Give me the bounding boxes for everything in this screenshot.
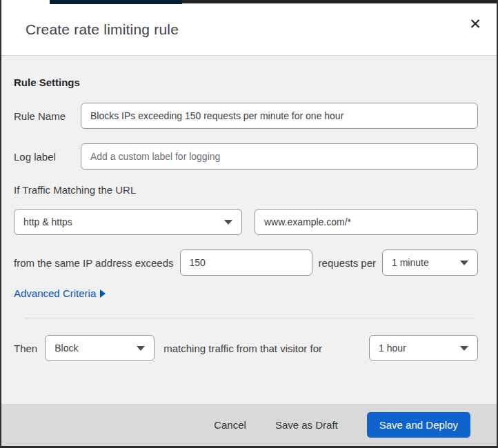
log-label-input[interactable] xyxy=(81,143,478,170)
chevron-right-icon xyxy=(100,289,106,298)
duration-select[interactable]: 1 hour xyxy=(369,335,478,361)
dialog-footer: Cancel Save as Draft Save and Deploy xyxy=(1,404,497,446)
matching-traffic-text: matching traffic from that visitor for xyxy=(163,343,322,354)
cancel-button[interactable]: Cancel xyxy=(214,419,246,431)
action-select-value: Block xyxy=(54,343,78,354)
rate-limit-dialog: Create rate limiting rule ✕ Rule Setting… xyxy=(0,0,498,448)
threshold-row: from the same IP address exceeds request… xyxy=(14,250,478,276)
rule-name-row: Rule Name xyxy=(14,103,478,129)
chevron-down-icon xyxy=(460,261,468,265)
request-threshold-input[interactable] xyxy=(180,250,312,276)
chevron-down-icon xyxy=(224,220,232,225)
requests-per-text: requests per xyxy=(319,257,376,269)
save-and-deploy-button[interactable]: Save and Deploy xyxy=(367,412,470,438)
action-select[interactable]: Block xyxy=(45,335,155,361)
advanced-criteria-link[interactable]: Advanced Criteria xyxy=(14,287,106,299)
dialog-title: Create rate limiting rule xyxy=(26,21,179,38)
save-as-draft-button[interactable]: Save as Draft xyxy=(275,419,338,431)
close-icon: ✕ xyxy=(469,16,481,32)
scheme-select[interactable]: http & https xyxy=(14,209,242,235)
chevron-down-icon xyxy=(460,346,468,351)
dialog-body: Rule Settings Rule Name Log label If Tra… xyxy=(1,56,497,404)
section-divider xyxy=(26,318,475,318)
chevron-down-icon xyxy=(137,346,145,351)
rule-name-label: Rule Name xyxy=(14,110,81,122)
background-dark-strip xyxy=(182,0,497,3)
period-select-value: 1 minute xyxy=(392,257,429,268)
exceeds-prefix-text: from the same IP address exceeds xyxy=(14,257,174,269)
url-pattern-input[interactable] xyxy=(255,209,478,235)
period-select[interactable]: 1 minute xyxy=(382,250,478,276)
dialog-header: Create rate limiting rule ✕ xyxy=(1,4,497,56)
rule-settings-heading: Rule Settings xyxy=(14,77,478,88)
action-row: Then Block matching traffic from that vi… xyxy=(14,335,478,361)
advanced-criteria-label: Advanced Criteria xyxy=(14,287,96,299)
scheme-url-row: http & https xyxy=(14,209,478,235)
scheme-select-value: http & https xyxy=(23,216,72,227)
rule-name-input[interactable] xyxy=(81,103,478,129)
duration-select-value: 1 hour xyxy=(379,343,406,354)
traffic-match-intro: If Traffic Matching the URL xyxy=(14,184,478,196)
then-label: Then xyxy=(14,343,37,354)
log-label-row: Log label xyxy=(14,143,478,170)
close-button[interactable]: ✕ xyxy=(465,14,486,34)
log-label-label: Log label xyxy=(14,151,81,163)
